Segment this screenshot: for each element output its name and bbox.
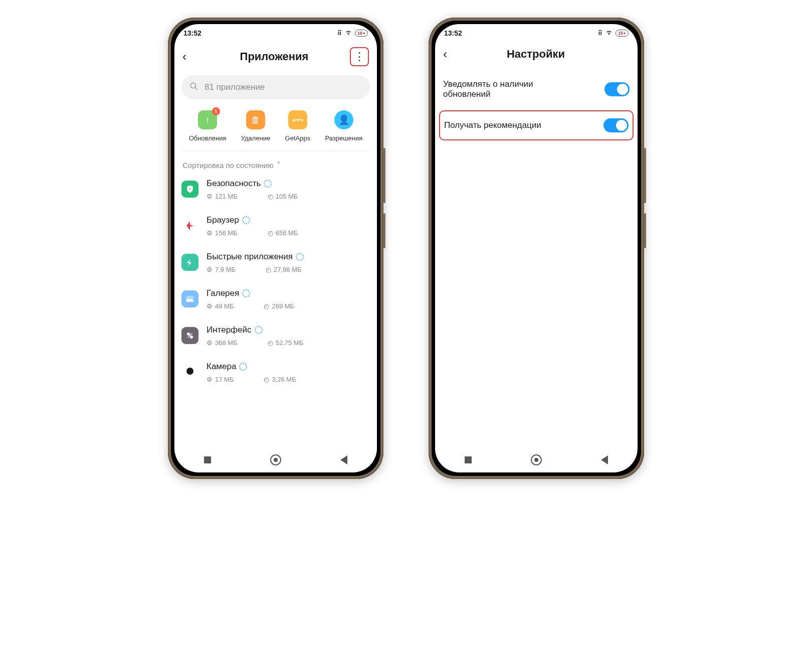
- status-time: 13:52: [444, 29, 462, 37]
- status-icons: ⠿ 16: [337, 30, 368, 37]
- toggle-switch[interactable]: [604, 82, 630, 96]
- setting-notify-updates[interactable]: Уведомлять о наличии обновлений: [435, 70, 638, 108]
- app-icon: [186, 368, 193, 375]
- more-menu-button[interactable]: ⋮: [350, 47, 369, 66]
- title-bar: ‹ Настройки: [435, 42, 638, 70]
- apps-list: Безопасность ⚙ 121 МБ ◴ 105 МБ Браузер: [181, 179, 370, 383]
- nav-home-button[interactable]: [270, 454, 281, 465]
- app-size: ⚙ 121 МБ: [207, 193, 238, 200]
- battery-icon: 15: [616, 30, 629, 37]
- loading-icon: [239, 363, 247, 371]
- app-icon: [181, 290, 198, 307]
- android-nav-bar: [174, 447, 377, 472]
- delete-icon: 🗑: [246, 110, 265, 129]
- quick-updates[interactable]: ↑ 5 Обновления: [189, 110, 227, 142]
- loading-icon: [255, 326, 263, 334]
- app-time: ◴ 656 МБ: [268, 229, 298, 237]
- app-time: ◴ 52,75 МБ: [268, 339, 304, 347]
- app-interface[interactable]: Интерфейс ⚙ 368 МБ ◴ 52,75 МБ: [181, 325, 370, 347]
- search-input[interactable]: 81 приложение: [181, 75, 370, 99]
- quick-permissions[interactable]: 👤 Разрешения: [325, 110, 362, 142]
- quick-actions-row: ↑ 5 Обновления 🗑 Удаление APPS GetApps 👤…: [181, 110, 370, 151]
- sort-button[interactable]: Сортировка по состоянию ˅: [182, 160, 370, 170]
- loading-icon: [264, 180, 272, 188]
- android-nav-bar: [435, 447, 638, 472]
- nav-recent-button[interactable]: [465, 456, 472, 463]
- wifi-icon: [605, 30, 613, 37]
- app-icon: [181, 217, 198, 234]
- svg-line-1: [195, 87, 197, 90]
- updates-icon: ↑ 5: [198, 110, 217, 129]
- loading-icon: [296, 253, 304, 261]
- status-bar: 13:52 ⠿ 16: [174, 24, 377, 42]
- quick-getapps[interactable]: APPS GetApps: [285, 110, 311, 142]
- page-title: Настройки: [459, 48, 613, 61]
- app-security[interactable]: Безопасность ⚙ 121 МБ ◴ 105 МБ: [181, 179, 370, 200]
- app-quickapps[interactable]: Быстрые приложения ⚙ 7,9 МБ ◴ 27,98 МБ: [181, 252, 370, 273]
- getapps-icon: APPS: [288, 110, 307, 129]
- app-size: ⚙ 17 МБ: [207, 376, 234, 383]
- app-icon: [181, 327, 198, 344]
- loading-icon: [242, 289, 250, 297]
- nav-home-button[interactable]: [531, 454, 542, 465]
- app-size: ⚙ 49 МБ: [207, 302, 234, 310]
- svg-point-3: [187, 333, 190, 336]
- search-icon: [189, 82, 198, 93]
- app-time: ◴ 269 МБ: [264, 302, 294, 310]
- app-time: ◴ 105 МБ: [268, 193, 298, 200]
- app-browser[interactable]: Браузер ⚙ 156 МБ ◴ 656 МБ: [181, 215, 370, 237]
- screen-apps: 13:52 ⠿ 16 ‹ Приложения ⋮ 81 приложение: [174, 24, 377, 472]
- loading-icon: [242, 216, 250, 224]
- app-gallery[interactable]: Галерея ⚙ 49 МБ ◴ 269 МБ: [181, 288, 370, 310]
- app-icon: [181, 181, 198, 198]
- app-size: ⚙ 368 МБ: [207, 339, 238, 347]
- permissions-icon: 👤: [334, 110, 353, 129]
- toggle-switch[interactable]: [603, 118, 629, 132]
- wifi-icon: [345, 30, 352, 37]
- app-size: ⚙ 7,9 МБ: [207, 266, 236, 273]
- signal-icon: ⠿: [598, 30, 602, 37]
- nav-back-button[interactable]: [340, 455, 347, 464]
- settings-list: Уведомлять о наличии обновлений Получать…: [435, 70, 638, 142]
- screen-settings: 13:52 ⠿ 15 ‹ Настройки Уведомлять о нали…: [435, 24, 638, 472]
- updates-badge: 5: [212, 107, 220, 115]
- title-bar: ‹ Приложения ⋮: [174, 42, 377, 75]
- back-button[interactable]: ‹: [182, 50, 198, 64]
- phone-right: 13:52 ⠿ 15 ‹ Настройки Уведомлять о нали…: [429, 18, 644, 479]
- nav-back-button[interactable]: [601, 455, 608, 464]
- app-size: ⚙ 156 МБ: [207, 229, 238, 237]
- svg-point-4: [190, 336, 193, 339]
- app-camera[interactable]: Камера ⚙ 17 МБ ◴ 3,26 МБ: [181, 362, 370, 383]
- battery-icon: 16: [355, 30, 368, 37]
- app-icon: [181, 254, 198, 271]
- nav-recent-button[interactable]: [204, 456, 211, 463]
- quick-delete[interactable]: 🗑 Удаление: [241, 110, 271, 142]
- search-placeholder: 81 приложение: [205, 82, 265, 92]
- app-time: ◴ 27,98 МБ: [266, 266, 302, 273]
- status-time: 13:52: [183, 29, 201, 37]
- signal-icon: ⠿: [337, 30, 342, 37]
- setting-recommendations[interactable]: Получать рекомендации: [439, 110, 634, 140]
- back-button[interactable]: ‹: [443, 47, 459, 61]
- status-icons: ⠿ 15: [598, 30, 629, 37]
- phone-left: 13:52 ⠿ 16 ‹ Приложения ⋮ 81 приложение: [168, 18, 383, 479]
- page-title: Приложения: [198, 50, 350, 63]
- status-bar: 13:52 ⠿ 15: [435, 24, 638, 42]
- app-time: ◴ 3,26 МБ: [264, 376, 296, 383]
- svg-point-0: [190, 83, 196, 88]
- chevron-down-icon: ˅: [277, 160, 281, 170]
